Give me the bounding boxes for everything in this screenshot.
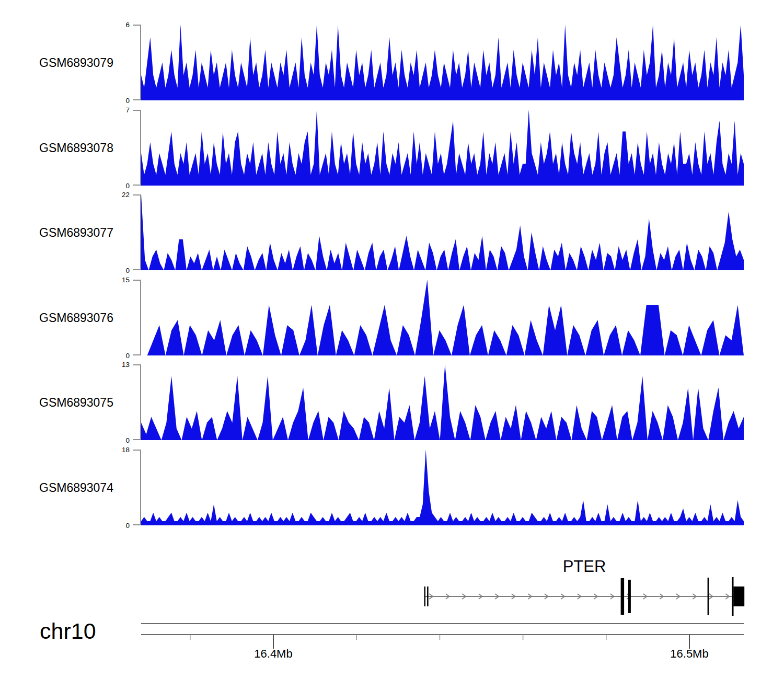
- coverage-track-gsm6893079: GSM6893079 6 0: [0, 25, 784, 100]
- y-axis-max-label: 15: [105, 276, 130, 284]
- coverage-area: [141, 25, 744, 100]
- gene-exon-thin: [708, 578, 709, 615]
- coverage-histogram: [141, 194, 744, 270]
- track-label: GSM6893078: [39, 141, 113, 155]
- gene-exon-thick: [621, 578, 625, 615]
- gene-exon-box: [733, 586, 744, 606]
- track-label: GSM6893077: [39, 225, 113, 239]
- y-axis-bottom-tick: [133, 99, 141, 100]
- coverage-histogram: [141, 110, 744, 186]
- coverage-histogram: [141, 364, 744, 440]
- track-label: GSM6893076: [39, 310, 113, 325]
- coverage-track-gsm6893074: GSM6893074 18 0: [0, 450, 784, 525]
- y-axis-bottom-tick: [133, 354, 141, 355]
- y-axis-zero-label: 0: [105, 97, 130, 105]
- y-axis-max-label: 6: [105, 21, 130, 29]
- y-axis-max-label: 7: [105, 106, 130, 114]
- coverage-histogram: [141, 280, 744, 355]
- axis-tick-label-16-5mb: 16.5Mb: [670, 647, 708, 661]
- y-axis-bottom-tick: [133, 439, 141, 440]
- chromosome-label: chr10: [40, 618, 96, 644]
- track-label: GSM6893075: [39, 395, 113, 409]
- coverage-area: [141, 110, 744, 186]
- coverage-track-gsm6893077: GSM6893077 22 0: [0, 194, 784, 270]
- gene-exon-thin: [732, 577, 734, 616]
- coverage-area: [141, 280, 744, 355]
- y-axis-zero-label: 0: [105, 182, 130, 190]
- gene-exon-thin: [427, 586, 429, 606]
- y-axis-bottom-tick: [133, 269, 141, 270]
- coverage-track-gsm6893075: GSM6893075 13 0: [0, 364, 784, 440]
- axis-tick-label-16-4mb: 16.4Mb: [254, 647, 292, 661]
- y-axis-bottom-tick: [133, 185, 141, 186]
- coverage-track-gsm6893076: GSM6893076 15 0: [0, 280, 784, 355]
- y-axis-zero-label: 0: [105, 267, 130, 274]
- y-axis-max-label: 18: [105, 446, 130, 454]
- gene-model-and-genome-axis: [0, 549, 784, 690]
- gene-exon-thin: [424, 586, 426, 606]
- track-label: GSM6893079: [39, 55, 113, 70]
- gene-exon-thick: [628, 580, 631, 613]
- y-axis-bottom-tick: [133, 524, 141, 525]
- y-axis-zero-label: 0: [105, 436, 130, 444]
- y-axis-max-label: 22: [105, 191, 130, 199]
- coverage-track-gsm6893078: GSM6893078 7 0: [0, 110, 784, 186]
- coverage-area: [141, 364, 744, 440]
- track-label: GSM6893074: [39, 480, 113, 494]
- coverage-histogram: [141, 450, 744, 525]
- y-axis-max-label: 13: [105, 361, 130, 369]
- genome-browser-figure: GSM6893079 6 0 GSM6893078 7 0 GSM6893077…: [0, 0, 784, 690]
- y-axis-zero-label: 0: [105, 352, 130, 360]
- coverage-histogram: [141, 25, 744, 100]
- y-axis-zero-label: 0: [105, 522, 130, 530]
- coverage-area: [141, 450, 744, 525]
- coverage-area: [141, 194, 744, 270]
